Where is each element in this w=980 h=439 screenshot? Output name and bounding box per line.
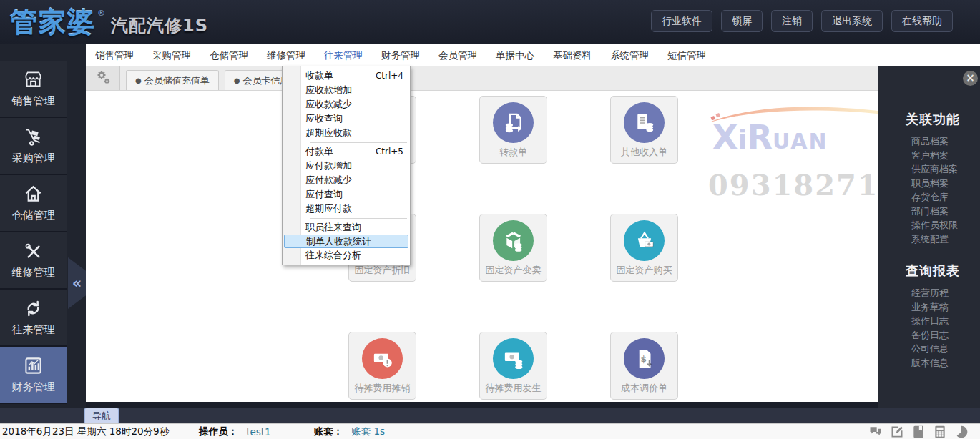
sidebar-item[interactable]: 采购管理 — [0, 118, 67, 175]
function-tile[interactable]: 转款单 — [479, 96, 547, 164]
panel-link[interactable]: 系统配置 — [911, 232, 980, 247]
left-sidebar: 销售管理 采购管理 仓储管理 维修管理 — [0, 44, 86, 423]
panel-link[interactable]: 业务草稿 — [911, 300, 980, 315]
panel-link[interactable]: 部门档案 — [911, 204, 980, 219]
header-button[interactable]: 退出系统 — [821, 10, 883, 32]
watermark-swoosh — [707, 102, 886, 124]
tab-settings-button[interactable] — [86, 66, 120, 90]
function-tile[interactable]: 待摊费用发生 — [479, 332, 547, 400]
menu-item-label: 超期应收款 — [305, 127, 352, 139]
sidebar-item[interactable]: 往来管理 — [0, 290, 67, 347]
sidebar-item[interactable]: 财务管理 — [0, 347, 67, 404]
tab-status-dot: ● — [234, 77, 240, 84]
menu-item-shortcut: Ctrl+5 — [376, 147, 403, 157]
dropdown-menu-item[interactable]: 应付款减少 — [283, 173, 410, 187]
menubar-item[interactable]: 销售管理 — [86, 44, 143, 66]
tools-icon — [24, 242, 43, 261]
document-tabstrip: ● 会员储值充值单 ● 会员卡信息管理 — [86, 66, 878, 91]
panel-link[interactable]: 操作员权限 — [911, 218, 980, 232]
panel-link[interactable]: 供应商档案 — [911, 162, 980, 177]
navigation-tab[interactable]: 导航 — [84, 408, 119, 423]
menubar-item[interactable]: 维修管理 — [258, 44, 315, 66]
panel-link[interactable]: 备份日志 — [911, 328, 980, 342]
menu-item-label: 应收款减少 — [305, 98, 352, 111]
sidebar-item-label: 仓储管理 — [12, 209, 55, 222]
menubar-item[interactable]: 采购管理 — [143, 44, 200, 66]
chat-icon[interactable] — [868, 425, 883, 439]
dropdown-menu-item[interactable]: 应收款减少 — [283, 97, 410, 112]
panel-link[interactable]: 操作日志 — [911, 314, 980, 328]
dropdown-menu-item[interactable]: 应收查询 — [283, 112, 410, 126]
dropdown-menu-item[interactable]: 应付查询 — [283, 187, 410, 202]
operator-value: test1 — [246, 426, 271, 438]
menu-item-label: 往来综合分析 — [305, 249, 361, 262]
header-button[interactable]: 注销 — [771, 10, 813, 32]
function-tile[interactable]: 待摊费用摊销 — [348, 332, 416, 400]
status-icon-tray — [868, 425, 969, 439]
dropdown-menu-item[interactable]: 超期应付款 — [283, 202, 410, 216]
sidebar-item-label: 财务管理 — [12, 380, 55, 394]
menubar-item[interactable]: 往来管理 — [315, 44, 372, 66]
clock-icon[interactable] — [954, 425, 969, 439]
header-button[interactable]: 锁屏 — [721, 10, 763, 32]
sidebar-item[interactable]: 销售管理 — [0, 61, 67, 118]
panel-link[interactable]: 公司信息 — [911, 342, 980, 356]
related-functions-section: 关联功能 商品档案 客户档案 供应商档案 职员档案 存货仓库 部门档案 操作员权… — [878, 66, 980, 246]
gears-icon — [94, 69, 112, 87]
menu-item-label: 职员往来查询 — [305, 221, 361, 234]
tile-label: 成本调价单 — [621, 382, 667, 395]
chart-icon — [24, 356, 43, 375]
header-button[interactable]: 行业软件 — [651, 10, 712, 32]
panel-link[interactable]: 商品档案 — [911, 134, 980, 149]
menubar-item[interactable]: 基础资料 — [544, 44, 601, 66]
dropdown-menu-item[interactable]: 应付款增加 — [283, 159, 410, 173]
menubar-item[interactable]: 会员管理 — [429, 44, 486, 66]
close-icon[interactable]: × — [963, 71, 978, 86]
menubar-item[interactable]: 短信管理 — [658, 44, 715, 66]
panel-link[interactable]: 版本信息 — [911, 356, 980, 370]
dropdown-menu-item[interactable]: 制单人收款统计 — [284, 235, 408, 248]
function-tile[interactable]: $ 成本调价单 — [610, 332, 678, 400]
app-logo: 管家婆 ® 汽配汽修1S — [10, 4, 208, 41]
calculator-icon[interactable] — [933, 425, 947, 439]
dropdown-menu-item[interactable]: 职员往来查询 — [283, 220, 410, 235]
status-bar: 2018年6月23日 星期六 18时20分9秒 操作员： test1 账套： 账… — [0, 423, 980, 439]
open-tab[interactable]: ● 会员储值充值单 — [126, 70, 219, 90]
registered-mark: ® — [97, 9, 105, 18]
tile-label: 待摊费用发生 — [486, 382, 542, 395]
panel-link[interactable]: 职员档案 — [911, 177, 980, 191]
tile-label: 待摊费用摊销 — [355, 382, 411, 395]
dropdown-menu-item[interactable]: 往来综合分析 — [283, 248, 410, 262]
tile-icon-circle — [493, 102, 534, 143]
sidebar-item[interactable]: 仓储管理 — [0, 175, 67, 232]
dropdown-menu-item[interactable]: 应收款增加 — [283, 83, 410, 97]
tab-status-dot: ● — [135, 77, 142, 84]
bottom-tab-row: 导航 — [0, 408, 980, 423]
dropdown-menu-item[interactable]: 超期应收款 — [283, 126, 410, 140]
function-tile[interactable]: 其他收入单 — [610, 96, 678, 164]
panel-link[interactable]: 客户档案 — [911, 149, 980, 163]
sidebar-item-label: 销售管理 — [12, 94, 55, 108]
tile-icon-circle — [362, 338, 403, 379]
dropdown-menu-item[interactable]: 付款单 Ctrl+5 — [283, 144, 410, 159]
function-tile[interactable]: 固定资产购买 — [610, 214, 678, 282]
dropdown-menu: 收款单 Ctrl+4 应收款增加 应收款减少 应收查询 — [282, 66, 411, 265]
dropdown-menu-item[interactable]: 收款单 Ctrl+4 — [283, 69, 410, 83]
menubar-item[interactable]: 系统管理 — [601, 44, 658, 66]
tab-label: 会员储值充值单 — [144, 74, 210, 87]
function-tile[interactable]: 固定资产变卖 — [479, 214, 547, 282]
book-icon[interactable] — [911, 425, 926, 439]
panel-link[interactable]: 经营历程 — [911, 286, 980, 300]
header-button[interactable]: 在线帮助 — [891, 10, 953, 32]
edit-icon[interactable] — [890, 425, 904, 439]
menubar-item[interactable]: 单据中心 — [486, 44, 544, 66]
sidebar-item[interactable]: 维修管理 — [0, 232, 67, 290]
tile-icon-circle — [624, 102, 665, 143]
main-content: XiRUAN 09318271110 转款单 其他收入单 — [86, 91, 878, 402]
right-panel: × 关联功能 商品档案 客户档案 供应商档案 职员档案 存货仓库 部门档案 操作… — [878, 66, 980, 408]
panel-link[interactable]: 存货仓库 — [911, 190, 980, 204]
content-bottom-bar — [86, 402, 878, 408]
menubar-item[interactable]: 仓储管理 — [200, 44, 258, 66]
menubar-item[interactable]: 财务管理 — [372, 44, 429, 66]
svg-text:$: $ — [640, 354, 646, 364]
